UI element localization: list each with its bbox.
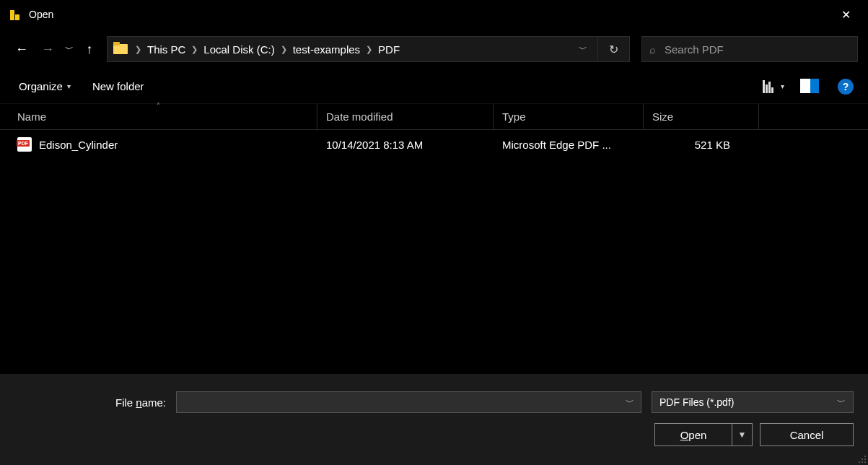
breadcrumb-item[interactable]: PDF [374, 43, 404, 56]
breadcrumb-sep-icon[interactable]: ❯ [279, 45, 289, 54]
column-type-label: Type [502, 110, 526, 123]
file-name: Edison_Cylinder [39, 139, 118, 151]
column-name-label: Name [17, 110, 46, 123]
help-button[interactable]: ? [838, 79, 854, 95]
column-date-label: Date modified [326, 110, 393, 123]
pdf-file-icon [17, 137, 32, 152]
title-bar: Open ✕ [0, 0, 868, 29]
view-mode-dropdown[interactable]: ▾ [781, 82, 784, 90]
search-box[interactable]: ⌕ [641, 36, 858, 62]
breadcrumb-sep-icon[interactable]: ❯ [190, 45, 199, 54]
column-headers: Name ˄ Date modified Type Size [0, 104, 868, 130]
file-name-field[interactable]: ﹀ [176, 391, 641, 413]
search-icon: ⌕ [649, 43, 656, 56]
breadcrumb-item[interactable]: This PC [143, 43, 190, 56]
file-type: Microsoft Edge PDF ... [502, 139, 611, 151]
open-button[interactable]: Open [654, 423, 732, 446]
details-view-icon [763, 80, 773, 93]
search-input[interactable] [665, 43, 850, 56]
organize-button[interactable]: Organize ▾ [14, 77, 75, 95]
chevron-down-icon: ﹀ [837, 396, 846, 409]
column-date[interactable]: Date modified [317, 104, 494, 129]
breadcrumb-sep-icon[interactable]: ❯ [364, 45, 374, 54]
address-expand-button[interactable]: ﹀ [569, 43, 597, 56]
breadcrumb-item[interactable]: Local Disk (C:) [199, 43, 279, 56]
file-size: 521 KB [695, 139, 730, 151]
file-row[interactable]: Edison_Cylinder 10/14/2021 8:13 AM Micro… [0, 130, 868, 159]
close-button[interactable]: ✕ [829, 3, 862, 26]
file-name-input[interactable] [177, 396, 619, 408]
up-button[interactable]: ↑ [79, 38, 100, 61]
filter-label: PDF Files (*.pdf) [659, 396, 837, 408]
file-date: 10/14/2021 8:13 AM [326, 139, 423, 151]
file-list[interactable]: Edison_Cylinder 10/14/2021 8:13 AM Micro… [0, 130, 868, 368]
forward-button[interactable]: → [36, 38, 59, 61]
chevron-down-icon: ▾ [67, 82, 71, 90]
address-bar[interactable]: ❯ This PC ❯ Local Disk (C:) ❯ test-examp… [107, 36, 630, 62]
column-size-label: Size [652, 110, 673, 123]
nav-row: ← → ﹀ ↑ ❯ This PC ❯ Local Disk (C:) ❯ te… [0, 29, 868, 69]
cancel-button[interactable]: Cancel [760, 423, 854, 446]
breadcrumb-item[interactable]: test-examples [289, 43, 364, 56]
footer: File name: ﹀ PDF Files (*.pdf) ﹀ Open ▼ … [0, 374, 868, 465]
column-size[interactable]: Size [644, 104, 759, 129]
new-folder-label: New folder [92, 80, 144, 92]
folder-icon [113, 42, 129, 56]
organize-label: Organize [19, 80, 63, 92]
file-type-filter[interactable]: PDF Files (*.pdf) ﹀ [652, 391, 854, 413]
cancel-label: Cancel [790, 429, 824, 441]
toolbar: Organize ▾ New folder ▾ ? [0, 69, 868, 104]
column-type[interactable]: Type [494, 104, 644, 129]
new-folder-button[interactable]: New folder [88, 77, 149, 95]
file-name-label: File name: [115, 396, 166, 409]
sort-indicator-icon: ˄ [157, 102, 160, 110]
file-name-dropdown[interactable]: ﹀ [619, 396, 641, 409]
back-button[interactable]: ← [10, 38, 33, 61]
window-title: Open [29, 9, 53, 20]
preview-pane-button[interactable] [800, 79, 822, 95]
open-split-button[interactable]: ▼ [732, 423, 753, 446]
app-icon [9, 7, 20, 22]
view-mode-button[interactable] [757, 77, 779, 96]
resize-grip-icon[interactable] [858, 455, 867, 464]
column-name[interactable]: Name ˄ [0, 104, 317, 129]
breadcrumb-sep-icon[interactable]: ❯ [133, 45, 143, 54]
recent-locations-button[interactable]: ﹀ [62, 38, 76, 61]
refresh-button[interactable]: ↻ [597, 37, 629, 61]
